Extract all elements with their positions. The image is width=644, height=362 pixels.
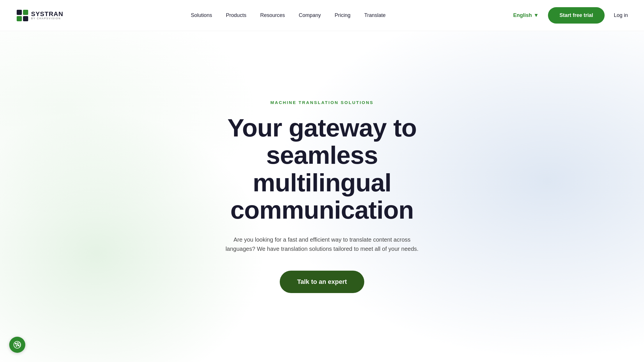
login-button[interactable]: Log in: [614, 12, 628, 18]
hero-section: MACHINE TRANSLATION SOLUTIONS Your gatew…: [0, 0, 644, 362]
hero-eyebrow: MACHINE TRANSLATION SOLUTIONS: [204, 100, 440, 105]
hero-content: MACHINE TRANSLATION SOLUTIONS Your gatew…: [193, 100, 451, 293]
hero-subtitle: Are you looking for a fast and efficient…: [224, 235, 420, 253]
logo-brand: SYSTRAN: [31, 11, 63, 17]
svg-point-9: [17, 344, 18, 345]
svg-point-8: [16, 346, 17, 346]
nav-item-translate[interactable]: Translate: [364, 12, 386, 18]
start-trial-button[interactable]: Start free trial: [548, 7, 605, 24]
svg-point-5: [15, 343, 16, 344]
nav-item-solutions[interactable]: Solutions: [191, 12, 212, 18]
nav-link-pricing[interactable]: Pricing: [335, 12, 350, 18]
nav-link-company[interactable]: Company: [299, 12, 321, 18]
logo-icon: [16, 9, 29, 22]
nav-link-resources[interactable]: Resources: [260, 12, 285, 18]
nav-item-products[interactable]: Products: [226, 12, 246, 18]
language-label: English: [513, 12, 532, 18]
cookie-icon: [13, 340, 22, 349]
hero-title: Your gateway to seamless multilingual co…: [204, 114, 440, 223]
main-nav: Solutions Products Resources Company Pri…: [191, 12, 386, 18]
svg-rect-3: [23, 16, 28, 21]
svg-rect-2: [17, 16, 22, 21]
cookie-settings-button[interactable]: [9, 337, 25, 353]
nav-item-resources[interactable]: Resources: [260, 12, 285, 18]
nav-link-translate[interactable]: Translate: [364, 12, 386, 18]
nav-link-products[interactable]: Products: [226, 12, 246, 18]
navbar-right: English ▼ Start free trial Log in: [513, 7, 628, 24]
language-selector[interactable]: English ▼: [513, 12, 539, 18]
svg-point-6: [18, 343, 18, 344]
svg-rect-1: [23, 10, 28, 15]
logo-link[interactable]: SYSTRAN BY CHAPSVISION: [16, 9, 63, 22]
chevron-down-icon: ▼: [534, 12, 539, 18]
svg-rect-0: [17, 10, 22, 15]
logo-sub: BY CHAPSVISION: [31, 17, 63, 20]
logo-text: SYSTRAN BY CHAPSVISION: [31, 11, 63, 20]
navbar: SYSTRAN BY CHAPSVISION Solutions Product…: [0, 0, 644, 31]
talk-to-expert-button[interactable]: Talk to an expert: [280, 271, 364, 293]
nav-item-pricing[interactable]: Pricing: [335, 12, 350, 18]
nav-link-solutions[interactable]: Solutions: [191, 12, 212, 18]
nav-item-company[interactable]: Company: [299, 12, 321, 18]
svg-point-7: [18, 345, 19, 346]
